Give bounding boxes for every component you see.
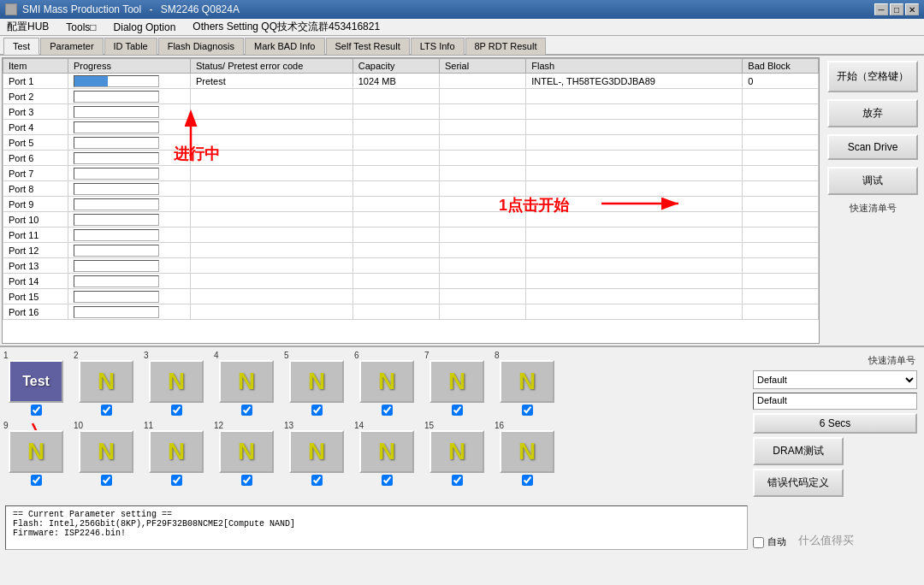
cell-progress <box>68 166 190 181</box>
port-15-icon[interactable]: N <box>429 430 484 473</box>
port-11-item: 11 N <box>144 421 209 486</box>
port-6-icon[interactable]: N <box>359 360 414 403</box>
cell-serial <box>439 258 525 274</box>
tab-parameter[interactable]: Parameter <box>40 38 103 55</box>
cell-item: Port 1 <box>3 74 68 89</box>
cell-flash <box>526 197 743 212</box>
port-6-checkbox[interactable] <box>382 405 393 416</box>
port-7-label: N <box>448 368 465 395</box>
tab-8p-rdt[interactable]: 8P RDT Result <box>465 38 547 55</box>
menu-item-1[interactable]: Tools□ <box>62 21 99 33</box>
port-16-icon[interactable]: N <box>500 430 554 473</box>
start-button[interactable]: 开始（空格键） <box>827 61 918 92</box>
port-4-num: 4 <box>214 351 219 360</box>
status-bottom: 自动 什么值得买 <box>749 504 921 552</box>
port-9-checkbox[interactable] <box>31 475 42 486</box>
port-9-item: 9 N <box>3 421 68 486</box>
table-row: Port 2 <box>3 89 819 104</box>
tab-flash-diagnosis[interactable]: Flash Diagnosis <box>158 38 244 55</box>
cell-serial <box>439 89 525 104</box>
cell-flash <box>526 243 743 258</box>
port-9-icon[interactable]: N <box>9 430 63 473</box>
secs-display: 6 Secs <box>753 413 917 434</box>
minimize-button[interactable]: ─ <box>874 3 888 15</box>
port-13-checkbox[interactable] <box>311 475 323 486</box>
info-line3: Firmware: ISP2246.bin! <box>13 529 740 538</box>
cell-capacity <box>352 120 439 135</box>
table-row: Port 12 <box>3 243 819 258</box>
cell-item: Port 9 <box>3 197 68 212</box>
menu-item-0[interactable]: 配置HUB <box>3 20 52 34</box>
close-button[interactable]: ✕ <box>905 3 919 15</box>
cell-capacity <box>352 243 439 258</box>
port-8-checkbox[interactable] <box>522 405 533 416</box>
port-10-label: N <box>98 438 115 465</box>
port-3-item: 3 N <box>144 351 209 416</box>
port-row-1: 1 Test 2 <box>3 351 749 416</box>
menu-item-3[interactable]: Others Setting QQ技术交流群453416821 <box>189 20 383 34</box>
port-8-icon[interactable]: N <box>500 360 554 403</box>
port-4-checkbox[interactable] <box>241 405 252 416</box>
abort-button[interactable]: 放弃 <box>827 99 918 127</box>
port-11-num: 11 <box>144 421 153 430</box>
cell-capacity <box>352 104 439 120</box>
port-6-num: 6 <box>354 351 359 360</box>
tab-id-table[interactable]: ID Table <box>104 38 157 55</box>
port-10-checkbox[interactable] <box>101 475 112 486</box>
col-status: Status/ Pretest error code <box>190 59 352 74</box>
col-bad-block: Bad Block <box>743 59 819 74</box>
port-14-icon[interactable]: N <box>359 430 414 473</box>
tab-lts-info[interactable]: LTS Info <box>411 38 465 55</box>
default-dropdown[interactable]: Default <box>753 370 917 389</box>
port-13-icon[interactable]: N <box>289 430 344 473</box>
port-4-icon[interactable]: N <box>219 360 274 403</box>
debug-button[interactable]: 调试 <box>827 167 918 195</box>
menu-item-2[interactable]: Dialog Option <box>110 21 180 33</box>
port-1-icon[interactable]: Test <box>9 360 63 403</box>
tab-mark-bad-info[interactable]: Mark BAD Info <box>245 38 325 55</box>
error-code-def-button[interactable]: 错误代码定义 <box>753 469 844 497</box>
scan-drive-button[interactable]: Scan Drive <box>827 134 918 160</box>
auto-checkbox[interactable] <box>753 537 764 548</box>
port-16-checkbox[interactable] <box>522 475 533 486</box>
port-5-checkbox[interactable] <box>311 405 323 416</box>
port-3-checkbox[interactable] <box>171 405 182 416</box>
cell-capacity <box>352 151 439 166</box>
table-row: Port 7 <box>3 166 819 181</box>
cell-flash <box>526 289 743 304</box>
port-11-checkbox[interactable] <box>171 475 182 486</box>
port-13-item: 13 N <box>284 421 349 486</box>
tab-bar: Test Parameter ID Table Flash Diagnosis … <box>0 36 924 56</box>
port-15-checkbox[interactable] <box>452 475 463 486</box>
port-2-icon[interactable]: N <box>79 360 133 403</box>
port-15-label: N <box>448 438 465 465</box>
port-3-num: 3 <box>144 351 149 360</box>
port-5-icon[interactable]: N <box>289 360 344 403</box>
port-9-num: 9 <box>3 421 9 430</box>
table-row: Port 9 <box>3 197 819 212</box>
port-7-icon[interactable]: N <box>429 360 484 403</box>
cell-status: Pretest <box>190 74 352 89</box>
tab-self-test-result[interactable]: Self Test Result <box>326 38 410 55</box>
port-10-icon[interactable]: N <box>79 430 133 473</box>
tab-test[interactable]: Test <box>3 38 39 55</box>
port-13-label: N <box>308 438 325 465</box>
port-14-checkbox[interactable] <box>382 475 393 486</box>
port-12-checkbox[interactable] <box>241 475 252 486</box>
port-11-icon[interactable]: N <box>149 430 204 473</box>
dram-test-button[interactable]: DRAM测试 <box>753 437 844 465</box>
port-5-num: 5 <box>284 351 289 360</box>
maximize-button[interactable]: □ <box>890 3 903 15</box>
cell-item: Port 14 <box>3 274 68 289</box>
table-row: Port 3 <box>3 104 819 120</box>
port-2-checkbox[interactable] <box>101 405 112 416</box>
port-14-item: 14 N <box>354 421 419 486</box>
port-3-icon[interactable]: N <box>149 360 204 403</box>
port-1-checkbox[interactable] <box>31 405 42 416</box>
port-1-num: 1 <box>3 351 9 360</box>
port-12-icon[interactable]: N <box>219 430 274 473</box>
port-7-checkbox[interactable] <box>452 405 463 416</box>
cell-capacity <box>352 197 439 212</box>
port-12-label: N <box>238 438 255 465</box>
cell-status <box>190 243 352 258</box>
